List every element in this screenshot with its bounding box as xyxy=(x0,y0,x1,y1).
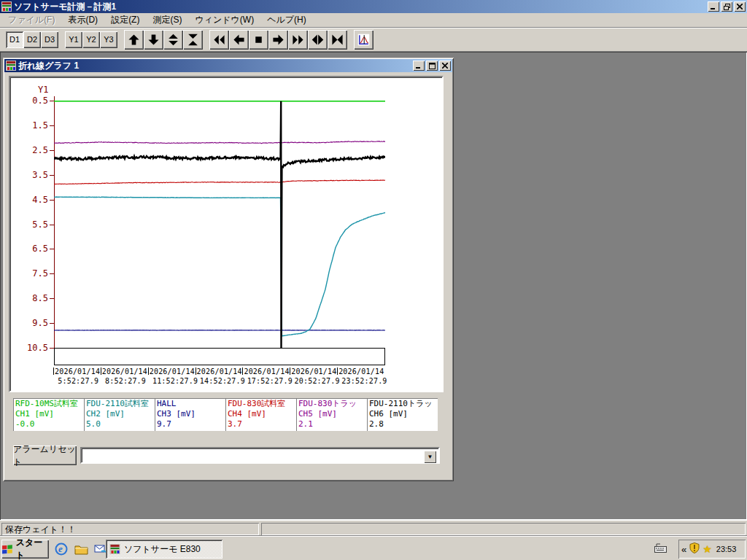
task-button-softthermo[interactable]: ソフトサーモ E830 xyxy=(106,540,222,559)
alarm-combobox-value xyxy=(82,448,438,462)
legend-channel-value: -0.0 xyxy=(15,419,82,429)
keyboard-icon[interactable] xyxy=(654,543,667,555)
d1-button[interactable]: D1 xyxy=(6,31,23,48)
graph-close-button[interactable] xyxy=(439,61,451,71)
stop-button[interactable] xyxy=(249,30,268,50)
chevron-down-icon: ▼ xyxy=(427,454,433,460)
compress-horizontal-button[interactable] xyxy=(328,30,347,50)
mdi-workspace: 折れ線グラフ 1 Y1 0.51.52.53.54.55.56.57.58.59… xyxy=(0,52,747,520)
series-ch6-line xyxy=(54,101,385,349)
chart-settings-button[interactable] xyxy=(354,30,374,50)
y-tick-label: 3.5 xyxy=(13,170,48,180)
series-ch5-line xyxy=(54,141,385,144)
legend-device-name: HALL xyxy=(157,399,223,409)
close-button[interactable] xyxy=(734,1,746,12)
combobox-dropdown-button[interactable]: ▼ xyxy=(424,451,436,463)
y-tick-mark xyxy=(50,175,54,176)
y-tick-mark xyxy=(50,200,54,201)
expand-vertical-icon xyxy=(167,34,179,46)
toolbar-group: D1D2D3 xyxy=(6,31,58,48)
step-back-button[interactable] xyxy=(229,30,249,50)
internet-explorer-icon[interactable]: e xyxy=(53,541,70,557)
stop-icon xyxy=(252,34,265,46)
y-tick-mark xyxy=(50,249,54,249)
legend-channel-label: CH5 [mV] xyxy=(298,409,365,419)
y-tick-label: 7.5 xyxy=(13,268,48,279)
chart-panel: Y1 0.51.52.53.54.55.56.57.58.59.510.5202… xyxy=(9,76,444,392)
graph-window: 折れ線グラフ 1 Y1 0.51.52.53.54.55.56.57.58.59… xyxy=(3,58,454,481)
expand-horizontal-button[interactable] xyxy=(308,30,328,50)
rewind-button[interactable] xyxy=(209,30,229,50)
restore-button[interactable] xyxy=(721,1,732,12)
x-tick-label: 2026/01/14 11:52:27.9 xyxy=(148,367,198,386)
legend-channel-label: CH3 [mV] xyxy=(157,409,223,419)
d3-button[interactable]: D3 xyxy=(41,31,58,48)
folder-icon[interactable] xyxy=(72,541,90,557)
x-tick-mark xyxy=(290,368,290,375)
x-tick-mark xyxy=(53,368,54,375)
tray-chevron-button[interactable]: « xyxy=(681,545,686,554)
legend-cell-ch4: FDU-830試料室CH4 [mV]3.7 xyxy=(225,398,296,431)
alarm-reset-label: アラームリセット xyxy=(13,443,77,468)
legend-channel-label: CH4 [mV] xyxy=(228,409,294,419)
x-tick-label: 2026/01/14 5:52:27.9 xyxy=(53,367,100,386)
graph-minimize-button[interactable] xyxy=(413,61,425,71)
legend-channel-value: 2.8 xyxy=(369,419,436,429)
tray-clock: 23:53 xyxy=(716,545,737,553)
legend-device-name: FDU-830トラッ xyxy=(298,399,365,409)
taskbar: スタート e ソフトサーモ E830 « ★ 23:53 xyxy=(0,536,747,560)
expand-horizontal-icon xyxy=(311,34,324,46)
menu-item-window[interactable]: ウィンドウ(W) xyxy=(188,12,260,28)
window-title: ソフトサーモ計測－計測1 xyxy=(14,1,705,13)
menu-item-settings[interactable]: 設定(Z) xyxy=(104,12,146,28)
arrow-left-icon xyxy=(233,34,245,46)
svg-text:e: e xyxy=(58,543,63,554)
alarm-combobox[interactable]: ▼ xyxy=(80,447,440,464)
x-tick-mark xyxy=(242,368,243,375)
star-icon[interactable]: ★ xyxy=(703,544,712,554)
x-tick-mark xyxy=(148,368,149,375)
alarm-reset-button[interactable]: アラームリセット xyxy=(13,446,77,465)
toolbar: D1D2D3Y1Y2Y3 xyxy=(0,28,747,52)
y-tick-label: 10.5 xyxy=(13,343,48,353)
menu-item-help[interactable]: ヘルプ(H) xyxy=(260,12,313,28)
y-tick-mark xyxy=(50,298,54,299)
toolbar-group xyxy=(209,30,347,50)
legend-channel-value: 2.1 xyxy=(298,419,365,429)
fast-forward-button[interactable] xyxy=(288,30,308,50)
channel-legend: RFD-10MS試料室CH1 [mV]-0.0FDU-2110試料室CH2 [m… xyxy=(13,398,438,431)
menu-item-view[interactable]: 表示(D) xyxy=(61,12,104,28)
y-tick-label: 5.5 xyxy=(13,219,48,230)
legend-cell-ch1: RFD-10MS試料室CH1 [mV]-0.0 xyxy=(13,398,84,431)
expand-vertical-button[interactable] xyxy=(163,30,183,50)
graph-maximize-button[interactable] xyxy=(426,61,438,71)
legend-device-name: FDU-830試料室 xyxy=(228,399,294,409)
scroll-up-button[interactable] xyxy=(124,30,144,50)
scroll-down-button[interactable] xyxy=(144,30,163,50)
y-tick-label: 4.5 xyxy=(13,195,48,205)
graph-window-title-bar: 折れ線グラフ 1 xyxy=(4,59,452,72)
legend-channel-value: 5.0 xyxy=(86,419,152,429)
start-label: スタート xyxy=(16,537,49,560)
status-message: 保存ウェイト！！ xyxy=(1,523,259,535)
compress-horizontal-icon xyxy=(331,34,344,46)
security-shield-icon[interactable] xyxy=(689,542,700,556)
series-ch2-line xyxy=(54,197,385,336)
x-tick-mark xyxy=(196,368,196,375)
arrow-down-icon xyxy=(147,34,160,46)
d2-button[interactable]: D2 xyxy=(23,31,41,48)
y2-button[interactable]: Y2 xyxy=(82,31,100,48)
y-tick-label: 6.5 xyxy=(13,244,48,254)
start-button[interactable]: スタート xyxy=(1,540,49,559)
compress-vertical-button[interactable] xyxy=(183,30,203,50)
chart-icon xyxy=(357,34,370,46)
step-forward-button[interactable] xyxy=(268,30,288,50)
minimize-button[interactable] xyxy=(708,1,719,12)
y3-button[interactable]: Y3 xyxy=(100,31,117,48)
menu-item-measure[interactable]: 測定(S) xyxy=(146,12,188,28)
task-button-label: ソフトサーモ E830 xyxy=(124,543,201,556)
system-tray: « ★ 23:53 xyxy=(678,540,746,559)
chart-area: Y1 0.51.52.53.54.55.56.57.58.59.510.5202… xyxy=(12,79,441,389)
y1-button[interactable]: Y1 xyxy=(65,31,82,48)
y-tick-mark xyxy=(50,125,54,126)
